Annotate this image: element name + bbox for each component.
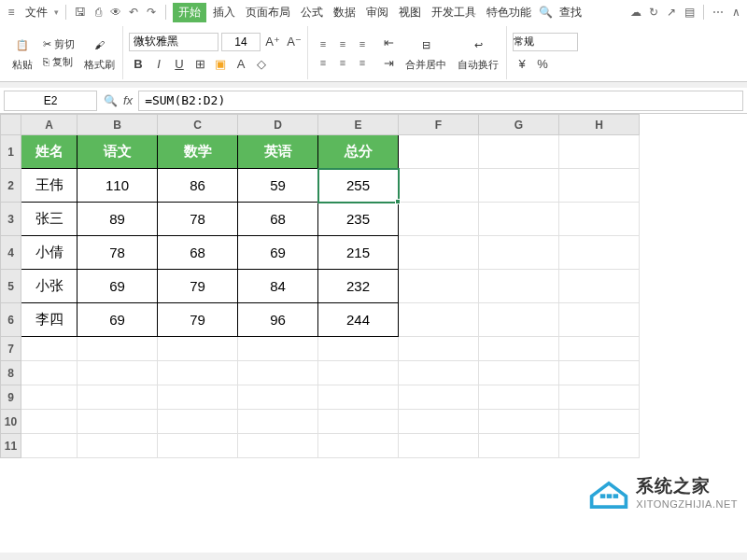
cell[interactable] [21,337,78,361]
formula-input[interactable] [138,91,743,111]
font-color-button[interactable]: A [232,55,250,74]
cell[interactable] [318,385,399,410]
cell[interactable] [479,410,559,434]
cell-math[interactable]: 79 [158,270,238,303]
cell[interactable] [318,410,399,434]
cell-total[interactable]: 232 [318,270,399,303]
cell[interactable] [158,361,238,385]
row-header-5[interactable]: 5 [1,270,21,303]
cell[interactable] [479,169,559,203]
cell-chinese[interactable]: 89 [78,203,158,236]
cell-chinese[interactable]: 110 [78,169,158,203]
cell[interactable] [559,236,640,270]
expand-icon[interactable]: ⋯ [711,5,726,20]
cell-english[interactable]: 84 [238,270,318,303]
preview-icon[interactable]: 👁 [108,5,123,20]
cell[interactable] [399,203,479,236]
col-header-C[interactable]: C [158,115,238,135]
cell[interactable] [559,434,640,458]
cell[interactable] [559,303,640,337]
menu-view[interactable]: 视图 [395,5,425,21]
align-center[interactable]: ≡ [333,53,352,71]
menu-formulas[interactable]: 公式 [297,5,327,21]
underline-button[interactable]: U [170,55,189,74]
cell[interactable] [559,385,640,410]
align-top-center[interactable]: ≡ [333,35,352,52]
menu-home[interactable]: 开始 [173,3,206,22]
cell[interactable] [158,385,238,410]
cloud-icon[interactable]: ☁ [628,5,643,20]
cell-name[interactable]: 张三 [21,203,78,236]
redo-icon[interactable]: ↷ [144,5,159,20]
cell-total[interactable]: 244 [318,303,399,337]
cell-english[interactable]: 96 [238,303,318,337]
cell-name[interactable]: 小张 [21,270,78,303]
fill-color-button[interactable]: ▣ [211,55,230,74]
row-header-10[interactable]: 10 [1,410,21,434]
col-header-G[interactable]: G [479,115,559,135]
cell-chinese[interactable]: 78 [78,236,158,270]
cut-button[interactable]: ✂剪切 [41,36,77,52]
bold-button[interactable]: B [129,55,148,74]
cell[interactable] [78,385,158,410]
align-top-left[interactable]: ≡ [314,35,332,52]
header-name[interactable]: 姓名 [21,135,78,169]
cell[interactable] [238,410,318,434]
header-english[interactable]: 英语 [238,135,318,169]
fill-handle[interactable] [395,199,401,204]
cell[interactable] [21,361,78,385]
cell[interactable] [399,385,479,410]
percent-button[interactable]: % [533,55,552,74]
cell[interactable] [399,135,479,169]
cell-name[interactable]: 王伟 [21,169,78,203]
cell[interactable] [479,270,559,303]
search-icon[interactable]: 🔍 [538,5,553,20]
cell[interactable] [238,337,318,361]
cell[interactable] [399,361,479,385]
cell[interactable] [559,169,640,203]
paste-button[interactable]: 📋 粘贴 [7,32,37,74]
align-right[interactable]: ≡ [353,53,372,71]
menu-page-layout[interactable]: 页面布局 [242,5,294,21]
name-icon[interactable]: 🔍 [103,93,118,108]
cell-english[interactable]: 68 [238,203,318,236]
border-button[interactable]: ⊞ [190,55,209,74]
cell[interactable] [238,361,318,385]
copy-button[interactable]: ⎘复制 [41,54,77,70]
cell[interactable] [479,135,559,169]
cell[interactable] [559,410,640,434]
header-chinese[interactable]: 语文 [78,135,158,169]
font-name-select[interactable] [129,33,218,51]
cell[interactable] [479,203,559,236]
header-math[interactable]: 数学 [158,135,238,169]
col-header-B[interactable]: B [78,115,158,135]
cell[interactable] [479,303,559,337]
align-left[interactable]: ≡ [314,53,332,71]
cell-english[interactable]: 59 [238,169,318,203]
cell[interactable] [479,236,559,270]
col-header-E[interactable]: E [318,115,399,135]
cell-english[interactable]: 69 [238,236,318,270]
cell[interactable] [21,434,78,458]
cell-total[interactable]: 235 [318,203,399,236]
menu-file[interactable]: 文件 [21,5,51,21]
currency-button[interactable]: ¥ [513,55,531,74]
cell[interactable] [21,410,78,434]
refresh-icon[interactable]: ↻ [646,5,661,20]
menu-dev[interactable]: 开发工具 [428,5,480,21]
cell[interactable] [21,385,78,410]
row-header-7[interactable]: 7 [1,337,21,361]
cell[interactable] [559,337,640,361]
italic-button[interactable]: I [149,55,168,74]
cell[interactable] [399,434,479,458]
cell-math[interactable]: 78 [158,203,238,236]
cell-reference-box[interactable] [4,91,97,111]
cell[interactable] [479,337,559,361]
cell[interactable] [78,434,158,458]
cell[interactable] [78,410,158,434]
undo-icon[interactable]: ↶ [126,5,141,20]
cell-math[interactable]: 79 [158,303,238,337]
cell[interactable] [479,385,559,410]
number-format-select[interactable] [513,33,578,51]
cell[interactable] [158,434,238,458]
